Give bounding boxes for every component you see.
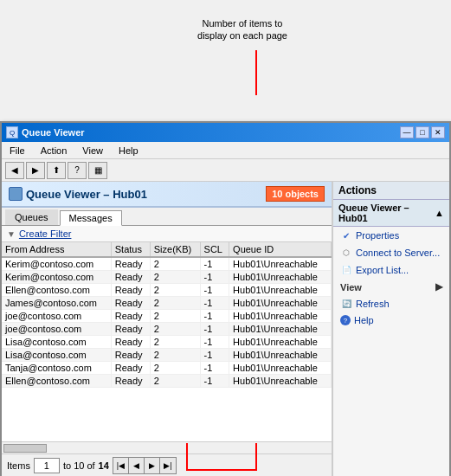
export-icon: 📄 [340,264,352,276]
table-cell: 2 [150,323,200,336]
toolbar-up[interactable]: ⬆ [47,162,66,179]
table-row[interactable]: James@contoso.comReady2-1Hub01\Unreachab… [2,297,332,310]
table-cell: James@contoso.com [2,297,111,310]
table-cell: Ready [111,349,150,362]
toolbar-forward[interactable]: ▶ [26,162,45,179]
table-cell: Hub01\Unreachable [229,310,332,323]
table-cell: -1 [200,310,229,323]
table-cell: 2 [150,297,200,310]
table-cell: 2 [150,362,200,375]
table-cell: Ready [111,362,150,375]
filter-bar: ▼ Create Filter [2,226,332,242]
table-cell: -1 [200,271,229,284]
tab-messages[interactable]: Messages [60,210,122,226]
table-cell: Ready [111,323,150,336]
table-cell: joe@contoso.com [2,323,111,336]
table-cell: Ready [111,375,150,388]
action-help[interactable]: ? Help [333,312,449,328]
table-cell: Ready [111,310,150,323]
table-row[interactable]: joe@contoso.comReady2-1Hub01\Unreachable [2,310,332,323]
table-cell: 2 [150,284,200,297]
col-size: Size(KB) [150,242,200,257]
create-filter-link[interactable]: Create Filter [19,228,72,239]
table-cell: -1 [200,375,229,388]
menu-view[interactable]: View [80,145,106,157]
table-cell: Ellen@contoso.com [2,375,111,388]
table-cell: Hub01\Unreachable [229,271,332,284]
toolbar-help[interactable]: ? [68,162,87,179]
title-bar: Q Queue Viewer — □ ✕ [2,123,449,142]
table-cell: 2 [150,310,200,323]
table-cell: Hub01\Unreachable [229,257,332,271]
table-cell: -1 [200,284,229,297]
table-cell: -1 [200,297,229,310]
table-cell: Hub01\Unreachable [229,375,332,388]
table-row[interactable]: joe@contoso.comReady2-1Hub01\Unreachable [2,323,332,336]
table-cell: joe@contoso.com [2,310,111,323]
table-row[interactable]: Ellen@contoso.comReady2-1Hub01\Unreachab… [2,375,332,388]
menu-help[interactable]: Help [116,145,141,157]
data-table-wrapper: From Address Status Size(KB) SCL Queue I… [2,242,332,441]
refresh-icon: 🔄 [340,298,352,310]
table-row[interactable]: Kerim@contoso.comReady2-1Hub01\Unreachab… [2,271,332,284]
table-header-row: From Address Status Size(KB) SCL Queue I… [2,242,332,257]
main-content: Queue Viewer – Hub01 10 objects Queues M… [2,182,449,476]
messages-table: From Address Status Size(KB) SCL Queue I… [2,242,332,388]
table-cell: -1 [200,336,229,349]
table-row[interactable]: Lisa@contoso.comReady2-1Hub01\Unreachabl… [2,349,332,362]
toolbar-extra[interactable]: ▦ [88,162,107,179]
properties-icon: ✔ [340,229,352,241]
table-cell: Ellen@contoso.com [2,284,111,297]
toolbar: ◀ ▶ ⬆ ? ▦ [2,159,449,182]
app-icon: Q [6,126,18,138]
right-panel: Actions Queue Viewer – Hub01 ▲ ✔ Propert… [332,182,449,476]
table-cell: -1 [200,257,229,271]
table-cell: Tanja@contoso.com [2,362,111,375]
col-scl: SCL [200,242,229,257]
table-row[interactable]: Ellen@contoso.comReady2-1Hub01\Unreachab… [2,284,332,297]
table-cell: -1 [200,362,229,375]
table-cell: -1 [200,349,229,362]
connect-icon: ⬡ [340,247,352,259]
action-connect-server[interactable]: ⬡ Connect to Server... [333,244,449,261]
table-cell: 2 [150,336,200,349]
table-cell: Hub01\Unreachable [229,323,332,336]
table-cell: Hub01\Unreachable [229,362,332,375]
col-queue-id: Queue ID [229,242,332,257]
table-cell: Ready [111,284,150,297]
table-cell: Ready [111,297,150,310]
toolbar-back[interactable]: ◀ [5,162,24,179]
table-row[interactable]: Kerim@contoso.comReady2-1Hub01\Unreachab… [2,257,332,271]
col-from-address: From Address [2,242,111,257]
table-cell: 2 [150,349,200,362]
action-view-label[interactable]: View ▶ [333,279,449,295]
table-cell: Lisa@contoso.com [2,336,111,349]
menu-action[interactable]: Action [38,145,70,157]
close-button[interactable]: ✕ [431,126,445,138]
table-cell: 2 [150,375,200,388]
table-cell: Hub01\Unreachable [229,297,332,310]
qv-header: Queue Viewer – Hub01 10 objects [2,182,332,208]
table-cell: Ready [111,336,150,349]
action-export-list[interactable]: 📄 Export List... [333,261,449,279]
annotation-arrow-top [255,50,257,95]
tab-queues[interactable]: Queues [5,209,58,225]
action-refresh[interactable]: 🔄 Refresh [333,295,449,312]
action-properties[interactable]: ✔ Properties [333,227,449,244]
left-panel: Queue Viewer – Hub01 10 objects Queues M… [2,182,332,476]
annotations-bottom: Total number of items Navigation control… [0,443,451,476]
filter-icon: ▼ [7,229,16,239]
table-cell: Kerim@contoso.com [2,271,111,284]
objects-badge: 10 objects [266,186,325,202]
table-cell: Lisa@contoso.com [2,349,111,362]
menu-bar: File Action View Help [2,142,449,159]
actions-section-title: Queue Viewer – Hub01 ▲ [333,200,449,227]
menu-file[interactable]: File [7,145,28,157]
table-row[interactable]: Lisa@contoso.comReady2-1Hub01\Unreachabl… [2,336,332,349]
maximize-button[interactable]: □ [416,126,429,138]
minimize-button[interactable]: — [400,126,414,138]
table-cell: Ready [111,257,150,271]
table-cell: -1 [200,323,229,336]
qv-icon [9,187,23,201]
table-row[interactable]: Tanja@contoso.comReady2-1Hub01\Unreachab… [2,362,332,375]
